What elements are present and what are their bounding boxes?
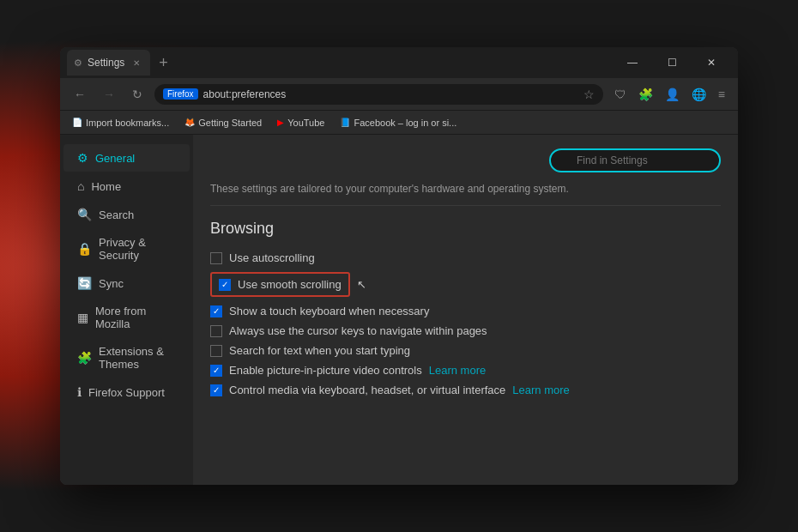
puzzle-icon: 🧩 (77, 351, 92, 365)
sidebar-label-extensions: Extensions & Themes (99, 345, 176, 371)
bookmark-icon-1: 🦊 (184, 118, 195, 127)
touch-keyboard-item: ✓ Show a touch keyboard when necessary (210, 301, 721, 321)
touch-keyboard-checkbox[interactable]: ✓ (210, 305, 222, 317)
shield-icon[interactable]: 🛡 (610, 84, 631, 105)
autoscroll-label: Use autoscrolling (229, 251, 315, 264)
title-bar: ⚙ Settings ✕ + — ☐ ✕ (60, 47, 738, 78)
nav-bar: ← → ↻ Firefox about:preferences ☆ 🛡 🧩 👤 … (60, 78, 738, 111)
sidebar-item-general[interactable]: ⚙ General (63, 144, 190, 172)
settings-tab[interactable]: ⚙ Settings ✕ (67, 50, 150, 76)
sidebar-label-home: Home (91, 180, 121, 193)
bookmark-icon-0: 📄 (72, 118, 82, 127)
search-text-item: Search for text when you start typing (210, 341, 721, 360)
search-text-label: Search for text when you start typing (229, 344, 410, 357)
sidebar-item-sync[interactable]: 🔄 Sync (63, 269, 190, 297)
find-bar: 🔍 (210, 148, 721, 172)
pip-checkbox[interactable]: ✓ (210, 365, 222, 377)
bookmark-item[interactable]: 📄 Import bookmarks... (69, 116, 172, 130)
mozilla-icon: ▦ (77, 311, 88, 324)
extensions-icon[interactable]: 🧩 (634, 84, 657, 105)
sidebar-label-general: General (95, 152, 135, 165)
url-bar[interactable]: Firefox about:preferences ☆ (154, 84, 603, 105)
find-wrapper: 🔍 (549, 148, 721, 172)
close-button[interactable]: ✕ (692, 50, 731, 76)
cursor-keys-label: Always use the cursor keys to navigate w… (229, 324, 487, 337)
settings-tab-label: Settings (88, 57, 124, 69)
firefox-badge: Firefox (163, 88, 198, 100)
sidebar-label-privacy: Privacy & Security (99, 236, 176, 262)
browsing-section-title: Browsing (210, 220, 721, 238)
cursor-indicator: ↖ (357, 278, 366, 291)
minimize-button[interactable]: — (613, 50, 652, 76)
general-icon: ⚙ (77, 151, 88, 165)
home-icon: ⌂ (77, 179, 84, 193)
content-panel: 🔍 These settings are tailored to your co… (193, 135, 738, 485)
cursor-keys-checkbox[interactable] (210, 325, 222, 337)
bookmarks-bar: 📄 Import bookmarks... 🦊 Getting Started … (60, 111, 738, 135)
lock-icon: 🔒 (77, 242, 92, 256)
bookmark-star-icon[interactable]: ☆ (583, 88, 595, 101)
bookmark-label-2: YouTube (287, 118, 324, 128)
theme-icon[interactable]: 🌐 (687, 84, 710, 105)
smooth-scroll-checkbox[interactable]: ✓ (219, 279, 231, 291)
sidebar-label-search: Search (99, 209, 134, 221)
sidebar-item-mozilla[interactable]: ▦ More from Mozilla (63, 298, 190, 337)
media-checkbox[interactable]: ✓ (210, 384, 222, 396)
pip-label: Enable picture-in-picture video controls (229, 364, 422, 377)
touch-keyboard-label: Show a touch keyboard when necessary (229, 305, 429, 317)
pip-learn-more-link[interactable]: Learn more (429, 364, 486, 377)
sync-icon: 🔄 (77, 276, 92, 290)
search-text-checkbox[interactable] (210, 345, 222, 357)
media-label: Control media via keyboard, headset, or … (229, 384, 505, 396)
main-content: ⚙ General ⌂ Home 🔍 Search 🔒 Privacy & Se… (60, 135, 738, 485)
search-icon: 🔍 (77, 208, 92, 221)
bookmark-item[interactable]: ▶ YouTube (274, 116, 328, 130)
nav-icons: 🛡 🧩 👤 🌐 ≡ (610, 84, 729, 105)
autoscroll-checkbox[interactable] (210, 252, 222, 264)
tab-close-button[interactable]: ✕ (130, 57, 143, 70)
sidebar-item-privacy[interactable]: 🔒 Privacy & Security (63, 229, 190, 269)
media-item: ✓ Control media via keyboard, headset, o… (210, 380, 721, 400)
sidebar-item-extensions[interactable]: 🧩 Extensions & Themes (63, 338, 190, 378)
maximize-button[interactable]: ☐ (652, 50, 692, 76)
sidebar-item-search[interactable]: 🔍 Search (63, 201, 190, 228)
sidebar-item-home[interactable]: ⌂ Home (63, 172, 190, 200)
sidebar-item-support[interactable]: ℹ Firefox Support (63, 378, 190, 406)
bookmark-label-1: Getting Started (198, 118, 262, 128)
sidebar-label-sync: Sync (99, 277, 124, 290)
sidebar: ⚙ General ⌂ Home 🔍 Search 🔒 Privacy & Se… (60, 135, 193, 485)
smooth-scroll-label: Use smooth scrolling (238, 278, 342, 291)
pip-item: ✓ Enable picture-in-picture video contro… (210, 360, 721, 380)
settings-description: These settings are tailored to your comp… (210, 183, 721, 206)
info-icon: ℹ (77, 385, 82, 399)
bookmark-item[interactable]: 📘 Facebook – log in or si... (336, 116, 460, 130)
bookmark-label-3: Facebook – log in or si... (354, 118, 456, 128)
settings-tab-icon: ⚙ (74, 57, 82, 69)
back-button[interactable]: ← (69, 84, 91, 105)
find-input[interactable] (549, 148, 721, 172)
url-text: about:preferences (203, 88, 578, 100)
account-icon[interactable]: 👤 (661, 84, 684, 105)
browser-window: ⚙ Settings ✕ + — ☐ ✕ ← → ↻ Firefox about… (60, 47, 738, 485)
new-tab-button[interactable]: + (154, 54, 173, 72)
refresh-button[interactable]: ↻ (127, 84, 148, 105)
bookmark-icon-2: ▶ (277, 118, 284, 127)
bookmark-icon-3: 📘 (340, 118, 350, 127)
sidebar-label-mozilla: More from Mozilla (95, 305, 176, 330)
bookmark-item[interactable]: 🦊 Getting Started (181, 116, 265, 130)
bookmark-label-0: Import bookmarks... (86, 118, 169, 128)
window-controls: — ☐ ✕ (613, 50, 731, 76)
smooth-scroll-item: ✓ Use smooth scrolling (210, 272, 350, 297)
cursor-keys-item: Always use the cursor keys to navigate w… (210, 321, 721, 341)
media-learn-more-link[interactable]: Learn more (512, 384, 569, 396)
sidebar-label-support: Firefox Support (88, 386, 165, 399)
autoscroll-item: Use autoscrolling (210, 248, 721, 268)
forward-button[interactable]: → (98, 84, 120, 105)
menu-icon[interactable]: ≡ (714, 84, 729, 105)
